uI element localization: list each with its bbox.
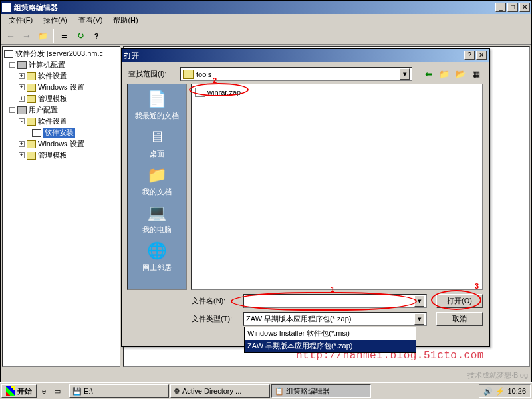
help-button[interactable] [89,29,104,43]
task-gpedit[interactable]: 📋组策略编辑器 [271,384,371,398]
tray-icon[interactable]: ⚡ [495,387,505,396]
tree-user-windows-settings[interactable]: +Windows 设置 [4,138,118,150]
maximize-button[interactable]: □ [507,3,518,12]
expand-icon[interactable]: - [9,107,15,113]
menu-help[interactable]: 帮助(H) [108,14,143,27]
quicklaunch-desktop[interactable]: ▭ [51,385,63,397]
tree-software-install[interactable]: 软件安装 [4,127,118,138]
tree-user-admin-templates[interactable]: +管理模板 [4,150,118,161]
policy-icon [4,50,13,58]
tree-windows-settings[interactable]: +Windows 设置 [4,82,118,93]
expand-icon[interactable]: + [19,84,25,90]
refresh-button[interactable] [73,29,88,43]
task-ad[interactable]: ⚙Active Directory ... [170,384,270,398]
place-desktop[interactable]: 桌面 [146,126,168,159]
expand-icon[interactable]: + [19,96,25,102]
tree-software-settings[interactable]: +软件设置 [4,70,118,82]
place-label: 网上邻居 [142,263,172,273]
task-explorer[interactable]: 💾E:\ [69,384,169,398]
places-bar: 我最近的文档 桌面 我的文档 我的电脑 网上邻居 [127,84,187,290]
file-list[interactable]: winrar.zap 2 [191,84,483,290]
menu-action[interactable]: 操作(A) [38,14,73,27]
gpedit-icon: 📋 [275,387,284,396]
filetype-combo[interactable]: ZAW 早期版本应用程序包(*.zap) ▾ Windows Installer… [243,312,427,326]
filename-row: 文件名(N): ▾ 1 打开(O) 3 [128,294,483,308]
open-button[interactable]: 打开(O) [436,294,483,308]
separator [53,29,54,43]
task-label: E:\ [84,387,92,395]
tree-button[interactable] [57,29,72,43]
tree-computer-config[interactable]: -计算机配置 [4,59,118,70]
dialog-close-button[interactable]: ✕ [476,51,487,60]
back-button[interactable] [3,29,18,43]
place-label: 我最近的文档 [135,111,179,121]
separator [66,384,66,398]
place-network[interactable]: 网上邻居 [142,240,172,273]
place-mydocs[interactable]: 我的文档 [142,164,172,197]
forward-button[interactable] [19,29,34,43]
folder-icon [27,95,36,103]
expand-icon[interactable]: + [19,152,25,158]
filetype-selected: ZAW 早期版本应用程序包(*.zap) [246,314,352,324]
tree-root[interactable]: 软件分发 [server2003.hm.c [4,48,118,59]
window-title: 组策略编辑器 [14,3,494,13]
tray-icon[interactable]: 🔊 [483,387,493,396]
mydocs-icon [146,164,168,186]
file-item[interactable]: winrar.zap [194,87,479,98]
tree-label: Windows 设置 [38,139,84,149]
tree-label: 管理模板 [38,94,67,104]
start-button[interactable]: 开始 [1,384,37,398]
expand-icon[interactable]: - [19,118,25,124]
dropdown-icon[interactable]: ▾ [414,313,424,325]
filetype-option[interactable]: Windows Installer 软件包(*.msi) [245,327,416,340]
drive-icon: 💾 [72,387,82,396]
filetype-option-selected[interactable]: ZAW 早期版本应用程序包(*.zap) [245,340,416,352]
place-label: 我的电脑 [142,225,172,235]
file-name: winrar.zap [207,88,241,96]
dropdown-icon[interactable]: ▾ [414,295,424,307]
expand-icon[interactable]: + [19,73,25,79]
recent-icon [146,88,168,110]
up-button[interactable] [35,29,50,43]
dropdown-icon[interactable]: ▾ [400,68,410,80]
filetype-dropdown[interactable]: Windows Installer 软件包(*.msi) ZAW 早期版本应用程… [244,327,416,353]
expand-icon[interactable]: + [19,141,25,147]
up-folder-icon[interactable] [438,68,451,81]
start-label: 开始 [17,386,32,396]
lookin-value: tools [196,70,211,78]
desktop-icon [146,126,168,148]
folder-icon [183,70,194,79]
cancel-button[interactable]: 取消 [436,312,483,326]
tree-label-selected: 软件安装 [43,128,75,138]
taskbar: 开始 e ▭ 💾E:\ ⚙Active Directory ... 📋组策略编辑… [0,382,532,399]
menu-file[interactable]: 文件(F) [3,14,38,27]
menu-view[interactable]: 查看(V) [73,14,108,27]
dialog-body: 我最近的文档 桌面 我的文档 我的电脑 网上邻居 winrar.zap 2 [122,84,489,290]
expand-icon[interactable]: - [9,62,15,68]
quicklaunch-ie[interactable]: e [38,385,50,397]
tree-admin-templates[interactable]: +管理模板 [4,93,118,104]
user-icon [17,106,27,114]
dialog-titlebar[interactable]: 打开 ? ✕ [122,49,489,62]
tree-pane[interactable]: 软件分发 [server2003.hm.c -计算机配置 +软件设置 +Wind… [2,46,120,367]
close-button[interactable]: ✕ [519,3,530,12]
minimize-button[interactable]: _ [495,3,506,12]
tree-user-software-settings[interactable]: -软件设置 [4,116,118,127]
back-icon[interactable]: ⬅ [422,68,435,81]
view-menu-icon[interactable] [469,68,483,81]
place-recent[interactable]: 我最近的文档 [135,88,179,121]
dialog-help-button[interactable]: ? [464,51,475,60]
place-mycomputer[interactable]: 我的电脑 [142,202,172,235]
system-tray[interactable]: 🔊 ⚡ 10:26 [479,384,531,398]
new-folder-icon[interactable] [454,68,467,81]
place-label: 桌面 [150,149,164,159]
annotation-circle-1 [231,292,417,311]
tree-user-config[interactable]: -用户配置 [4,104,118,116]
lookin-combo[interactable]: tools ▾ [180,67,412,81]
open-dialog: 打开 ? ✕ 查找范围(I): tools ▾ ⬅ 我最近的文档 桌面 我的文档… [121,48,490,347]
file-icon [195,88,205,97]
filename-input[interactable]: ▾ 1 [243,294,427,308]
network-icon [146,240,168,261]
lookin-row: 查找范围(I): tools ▾ ⬅ [122,62,489,84]
titlebar[interactable]: 组策略编辑器 _ □ ✕ [1,1,531,14]
